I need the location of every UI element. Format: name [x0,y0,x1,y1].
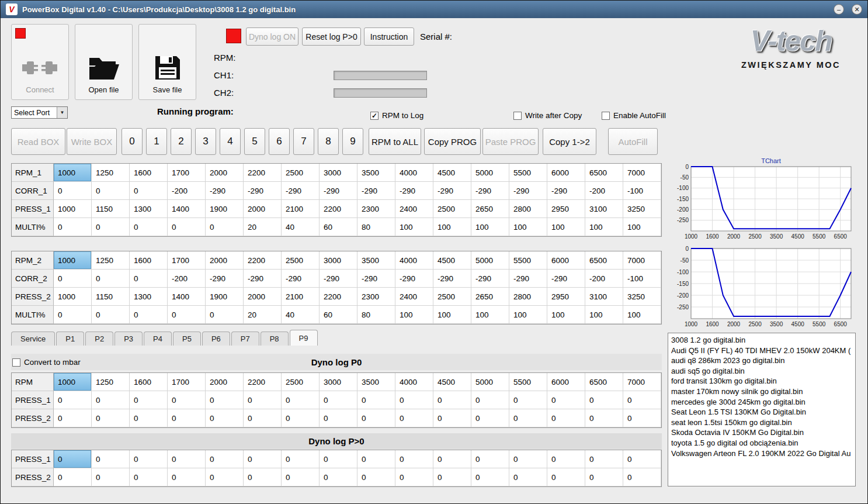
table-cell[interactable]: 100 [395,218,433,236]
table-cell[interactable]: 100 [547,218,585,236]
table-cell[interactable]: -290 [282,182,320,200]
file-list-item[interactable]: 3008 1.2 go digital.bin [671,335,852,346]
table-cell[interactable]: 5000 [471,373,509,391]
tab-p2[interactable]: P2 [85,332,113,346]
table-cell[interactable]: 0 [623,391,661,409]
table-cell[interactable]: 1150 [92,200,130,218]
checkbox-unchecked-icon[interactable] [513,112,522,120]
table-cell[interactable]: -200 [585,270,623,288]
table-cell[interactable]: 100 [395,306,433,324]
file-list-item[interactable]: seat leon 1.5tsi 150km go digital.bin [671,417,852,428]
table-cell[interactable]: 1600 [130,373,168,391]
open-file-button[interactable]: Open file [75,24,133,100]
table-cell[interactable]: 0 [547,468,585,486]
table-cell[interactable]: -290 [244,182,282,200]
table-cell[interactable]: 5500 [509,251,547,270]
rpm-to-all-button[interactable]: RPM to ALL [369,128,421,155]
table-cell[interactable]: 5500 [509,164,547,182]
tab-p6[interactable]: P6 [202,332,230,346]
table-cell[interactable]: 0 [471,468,509,486]
table-cell[interactable]: 3250 [623,200,661,218]
table-cell[interactable]: 0 [282,468,320,486]
table-cell[interactable]: 100 [471,218,509,236]
checkbox-checked-icon[interactable]: ✓ [370,112,379,120]
table-cell[interactable]: 2200 [244,251,282,270]
table-cell[interactable]: 3000 [320,373,357,391]
table-cell[interactable]: -290 [471,182,509,200]
table-cell[interactable]: 2950 [547,288,585,306]
tab-p5[interactable]: P5 [173,332,201,346]
table-cell[interactable]: 1700 [168,373,206,391]
table-cell[interactable]: 0 [130,450,168,468]
table-cell[interactable]: 0 [395,391,433,409]
table-cell[interactable]: 0 [54,270,92,288]
table-cell[interactable]: 2000 [244,200,282,218]
table-cell[interactable]: 0 [206,306,244,324]
table-cell[interactable]: 6500 [585,251,623,270]
table-cell[interactable]: 80 [357,218,395,236]
file-list-item[interactable]: mercedes gle 300d 245km go digital.bin [671,397,852,408]
table-cell[interactable]: 0 [244,450,282,468]
table-cell[interactable]: 100 [433,306,471,324]
digit-button-9[interactable]: 9 [342,128,363,155]
table-cell[interactable]: -100 [623,182,661,200]
table-cell[interactable]: 1900 [206,288,244,306]
table-cell[interactable]: 2000 [206,164,244,182]
file-list-item[interactable]: toyota 1.5 go digital od obciążenia.bin [671,438,852,448]
table-cell[interactable]: 40 [282,306,320,324]
table-cell[interactable]: 0 [206,218,244,236]
table-cell[interactable]: 1000 [54,200,92,218]
table-cell[interactable]: -290 [244,270,282,288]
table-cell[interactable]: 2200 [320,288,357,306]
chevron-down-icon[interactable]: ▼ [57,107,67,118]
table-cell[interactable]: 2500 [282,251,320,270]
table-cell[interactable]: 0 [130,182,168,200]
table-cell[interactable]: 0 [244,409,282,427]
table-cell[interactable]: -200 [168,182,206,200]
table-cell[interactable]: 0 [509,468,547,486]
tab-p4[interactable]: P4 [144,332,172,346]
paste-prog-button[interactable]: Paste PROG [482,128,539,155]
table-cell[interactable]: 2650 [471,200,509,218]
digit-button-2[interactable]: 2 [171,128,192,155]
table-cell[interactable]: 0 [433,391,471,409]
table-cell[interactable]: 2500 [282,373,320,391]
table-cell[interactable]: 1250 [92,164,130,182]
tab-p8[interactable]: P8 [261,332,289,346]
table-cell[interactable]: 0 [320,391,357,409]
table-cell[interactable]: 0 [54,409,92,427]
table-cell[interactable]: 1150 [92,288,130,306]
file-list-item[interactable]: Seat Leon 1.5 TSI 130KM Go Digital.bin [671,407,852,417]
table-cell[interactable]: -290 [357,270,395,288]
digit-button-5[interactable]: 5 [244,128,265,155]
autofill-button[interactable]: AutoFill [608,128,658,155]
table-cell[interactable]: 6000 [547,164,585,182]
table-cell[interactable]: 0 [357,450,395,468]
digit-button-8[interactable]: 8 [318,128,339,155]
table-cell[interactable]: -200 [168,270,206,288]
table-cell[interactable]: 2200 [244,373,282,391]
table-cell[interactable]: 0 [206,391,244,409]
table-cell[interactable]: 2300 [357,288,395,306]
table-cell[interactable]: 0 [92,306,130,324]
table-cell[interactable]: -290 [547,182,585,200]
table-cell[interactable]: 0 [168,218,206,236]
table-cell[interactable]: 0 [623,468,661,486]
table-cell[interactable]: 0 [130,468,168,486]
table-cell[interactable]: 2800 [509,200,547,218]
digit-button-4[interactable]: 4 [220,128,241,155]
read-box-button[interactable]: Read BOX [11,128,65,155]
table-cell[interactable]: 1400 [168,288,206,306]
table-cell[interactable]: 2300 [357,200,395,218]
table-cell[interactable]: -290 [282,270,320,288]
table-cell[interactable]: 40 [282,218,320,236]
table-cell[interactable]: 0 [206,468,244,486]
table-cell[interactable]: 0 [130,391,168,409]
file-list-item[interactable]: master 170km nowy silnik go digital.bin [671,386,852,397]
table-cell[interactable]: 0 [168,391,206,409]
table-cell[interactable]: 1000 [54,251,92,270]
table-cell[interactable]: -290 [395,182,433,200]
table-cell[interactable]: 0 [244,468,282,486]
table-cell[interactable]: 0 [320,468,357,486]
tab-service[interactable]: Service [11,332,55,346]
